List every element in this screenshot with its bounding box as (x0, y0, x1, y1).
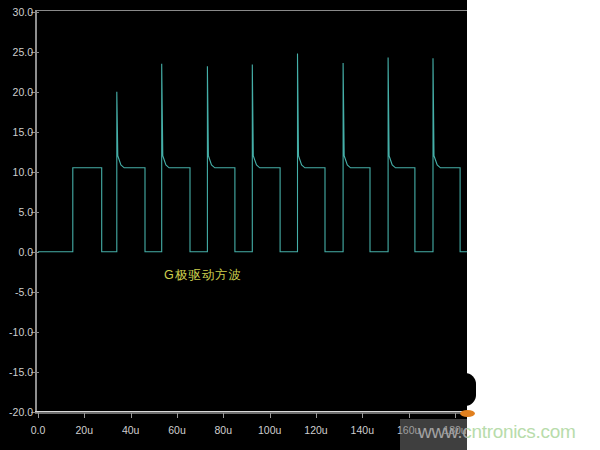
watermark-layer-light: www.cntronics.com (467, 0, 600, 450)
watermark-text: www.cntronics.com (467, 421, 576, 443)
watermark-text: www.cntronics.com (418, 421, 467, 443)
watermark-layer-dark: www.cntronics.com (0, 0, 467, 450)
